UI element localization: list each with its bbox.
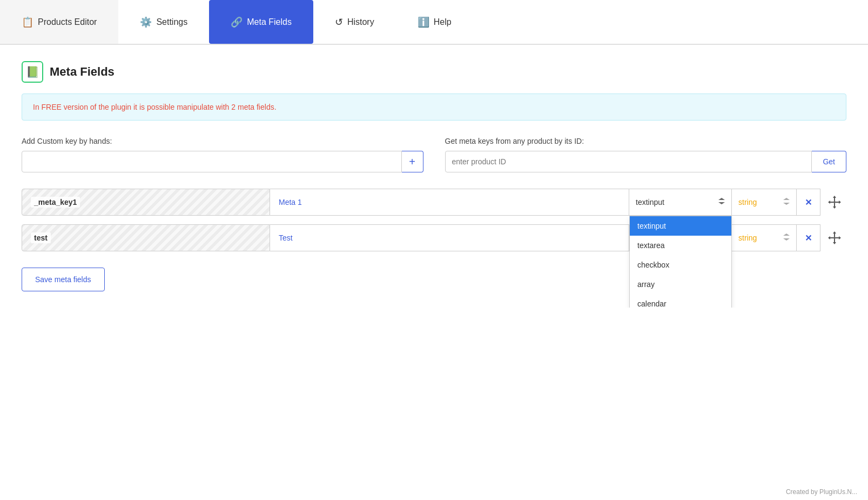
notebook-icon: 📋 [22, 16, 33, 28]
get-meta-btn[interactable]: Get [812, 151, 846, 172]
info-banner-text: In FREE version of the plugin it is poss… [33, 103, 277, 111]
meta-format-value-1: string [738, 198, 757, 206]
add-custom-input-row: + [22, 151, 423, 172]
meta-type-dropdown-1[interactable]: textinput textinput textarea checkbox ar… [629, 189, 732, 216]
get-meta-label: Get meta keys from any product by its ID… [445, 137, 847, 145]
meta-format-cell-2[interactable]: string [732, 224, 797, 251]
info-icon: ℹ️ [418, 16, 429, 28]
page-title: Meta Fields [50, 65, 115, 79]
svg-marker-9 [833, 196, 836, 198]
meta-label-text-1: Meta 1 [279, 198, 302, 206]
meta-label-cell-2: Test [270, 224, 629, 251]
nav-settings[interactable]: ⚙️ Settings [118, 0, 209, 44]
type-dropdown-menu-1: textinput textarea checkbox array calend… [629, 216, 732, 308]
info-banner: In FREE version of the plugin it is poss… [22, 94, 846, 121]
meta-key-cell-1: _meta_key1 [22, 189, 270, 216]
meta-label-text-2: Test [279, 234, 293, 242]
svg-marker-1 [718, 202, 725, 204]
add-custom-label: Add Custom key by hands: [22, 137, 423, 145]
gear-icon: ⚙️ [140, 16, 152, 28]
close-icon-2: ✕ [805, 233, 812, 243]
dropdown-option-checkbox[interactable]: checkbox [630, 255, 731, 275]
meta-delete-btn-2[interactable]: ✕ [797, 224, 820, 251]
nav-label-settings: Settings [156, 17, 187, 27]
svg-marker-25 [839, 236, 841, 239]
meta-label-cell-1: Meta 1 [270, 189, 629, 216]
nav-help[interactable]: ℹ️ Help [396, 0, 473, 44]
nav-products-editor[interactable]: 📋 Products Editor [0, 0, 118, 44]
drag-icon [828, 196, 841, 209]
nav-label-help: Help [434, 17, 452, 27]
chevron-updown-icon-2 [783, 234, 790, 242]
svg-marker-12 [839, 201, 841, 204]
close-icon: ✕ [805, 197, 812, 208]
main-content: 📗 Meta Fields In FREE version of the plu… [0, 45, 868, 308]
drag-icon-2 [828, 231, 841, 244]
svg-point-17 [833, 237, 836, 239]
meta-delete-btn-1[interactable]: ✕ [797, 189, 820, 216]
meta-fields-icon: 📗 [26, 65, 39, 78]
save-meta-fields-btn[interactable]: Save meta fields [22, 268, 105, 291]
dropdown-option-array[interactable]: array [630, 275, 731, 294]
get-meta-group: Get meta keys from any product by its ID… [445, 137, 847, 172]
add-custom-btn[interactable]: + [402, 151, 423, 172]
svg-marker-15 [783, 234, 790, 236]
svg-marker-23 [833, 242, 836, 244]
meta-field-row: _meta_key1 Meta 1 textinput te [22, 189, 846, 216]
nav-meta-fields[interactable]: 🔗 Meta Fields [209, 0, 313, 44]
page-title-row: 📗 Meta Fields [22, 61, 846, 83]
page-title-icon: 📗 [22, 61, 43, 83]
link-icon: 🔗 [231, 16, 243, 28]
meta-format-cell-1[interactable]: string [732, 189, 797, 216]
meta-format-value-2: string [738, 234, 757, 242]
add-custom-input[interactable] [22, 151, 402, 172]
product-id-input[interactable] [445, 151, 812, 172]
nav-label-history: History [347, 17, 374, 27]
meta-type-value-1: textinput [636, 198, 664, 206]
meta-key-text-1: _meta_key1 [31, 197, 80, 208]
svg-marker-11 [828, 201, 830, 204]
svg-marker-3 [783, 203, 790, 205]
top-nav: 📋 Products Editor ⚙️ Settings 🔗 Meta Fie… [0, 0, 868, 45]
dropdown-option-calendar[interactable]: calendar [630, 294, 731, 308]
meta-drag-handle-1[interactable] [823, 189, 846, 216]
add-custom-group: Add Custom key by hands: + [22, 137, 423, 172]
svg-marker-16 [783, 238, 790, 241]
chevron-updown-icon [783, 198, 790, 206]
meta-fields-container: _meta_key1 Meta 1 textinput te [22, 189, 846, 251]
form-row: Add Custom key by hands: + Get meta keys… [22, 137, 846, 172]
svg-point-4 [833, 201, 836, 203]
history-icon: ↺ [335, 16, 343, 28]
svg-marker-10 [833, 206, 836, 209]
nav-label-meta-fields: Meta Fields [247, 17, 292, 27]
svg-marker-2 [783, 198, 790, 200]
get-meta-input-row: Get [445, 151, 847, 172]
chevron-down-icon [718, 198, 725, 206]
svg-marker-22 [833, 231, 836, 234]
svg-marker-24 [828, 236, 830, 239]
dropdown-option-textarea[interactable]: textarea [630, 236, 731, 255]
nav-label-products-editor: Products Editor [38, 17, 97, 27]
meta-type-select-1[interactable]: textinput [629, 189, 732, 216]
meta-drag-handle-2[interactable] [823, 224, 846, 251]
nav-history[interactable]: ↺ History [313, 0, 396, 44]
meta-key-cell-2: test [22, 224, 270, 251]
meta-key-text-2: test [31, 232, 51, 243]
dropdown-option-textinput[interactable]: textinput [630, 216, 731, 236]
svg-marker-0 [718, 198, 725, 200]
